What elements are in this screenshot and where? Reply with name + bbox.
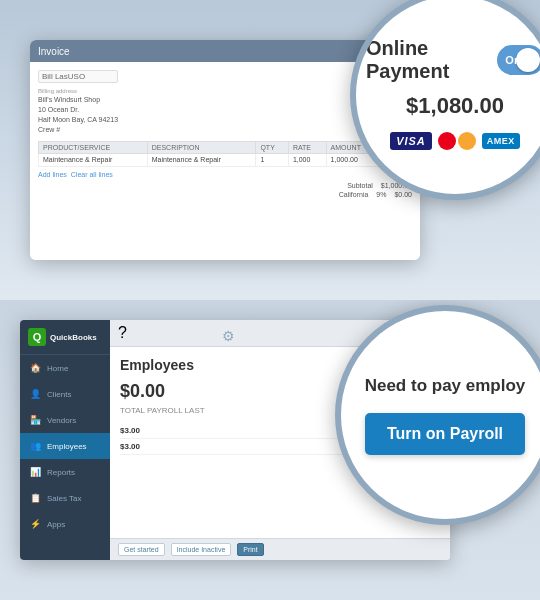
- add-line-button[interactable]: Add lines: [38, 171, 67, 178]
- clear-lines-button[interactable]: Clear all lines: [71, 171, 113, 178]
- col-qty: QTY: [256, 141, 288, 153]
- circle-zoom-bottom: Need to pay employ Turn on Payroll: [335, 305, 540, 525]
- city-line: Half Moon Bay, CA 94213: [38, 115, 118, 125]
- cell-description: Maintenance & Repair: [147, 153, 256, 166]
- sidebar-nav: 🏠 Home 👤 Clients 🏪 Vendors 👥 Employees 📊: [20, 355, 110, 560]
- online-payment-toggle[interactable]: On: [497, 45, 540, 75]
- tax-value: $0.00: [394, 191, 412, 198]
- qb-toolbar-left: ⚙ ?: [118, 324, 127, 342]
- col-description: DESCRIPTION: [147, 141, 256, 153]
- billing-label: Billing address: [38, 87, 118, 95]
- apps-icon: ⚡: [28, 517, 42, 531]
- toggle-label: On: [505, 54, 520, 66]
- invoice-table-header: PRODUCT/SERVICE DESCRIPTION QTY RATE AMO…: [39, 141, 412, 153]
- sidebar-home-label: Home: [47, 364, 68, 373]
- home-icon: 🏠: [28, 361, 42, 375]
- tax-label: California: [339, 191, 369, 198]
- sidebar-item-home[interactable]: 🏠 Home: [20, 355, 110, 381]
- sidebar-clients-label: Clients: [47, 390, 71, 399]
- qb-logo-text: QuickBooks: [50, 333, 97, 342]
- bill-to-section: Bill LasUSO Billing address Bill's Winds…: [38, 70, 118, 135]
- settings-icon[interactable]: ⚙: [222, 328, 240, 346]
- billing-block: Billing address Bill's Windsurt Shop 10 …: [38, 87, 118, 135]
- invoice-title: Invoice: [38, 46, 70, 57]
- crew-label: Crew #: [38, 125, 118, 135]
- turn-on-payroll-button[interactable]: Turn on Payroll: [365, 413, 525, 455]
- sidebar-item-sales-tax[interactable]: 📋 Sales Tax: [20, 485, 110, 511]
- invoice-footer: Add lines Clear all lines: [38, 171, 412, 178]
- subtotal-area: Subtotal $1,000.00 California 9% $0.00: [38, 182, 412, 198]
- sidebar-item-vendors[interactable]: 🏪 Vendors: [20, 407, 110, 433]
- company-name: Bill's Windsurt Shop: [38, 95, 118, 105]
- invoice-table-row: Maintenance & Repair Maintenance & Repai…: [39, 153, 412, 166]
- qb-logo-icon: Q: [28, 328, 46, 346]
- help-icon[interactable]: ?: [118, 324, 127, 342]
- qb-logo: Q QuickBooks: [20, 320, 110, 355]
- sidebar-item-reports[interactable]: 📊 Reports: [20, 459, 110, 485]
- vendors-icon: 🏪: [28, 413, 42, 427]
- sales-tax-icon: 📋: [28, 491, 42, 505]
- emp-row-2-amount: $3.00: [120, 442, 140, 451]
- tax-row: California 9% $0.00: [38, 191, 412, 198]
- sidebar-vendors-label: Vendors: [47, 416, 76, 425]
- amex-card: AMEX: [482, 133, 520, 149]
- col-product: PRODUCT/SERVICE: [39, 141, 148, 153]
- qb-bottom-bar: Get started Include Inactive Print: [110, 538, 450, 560]
- subtotal-row: Subtotal $1,000.00: [38, 182, 412, 189]
- bill-to-name[interactable]: Bill LasUSO: [38, 70, 118, 83]
- clients-icon: 👤: [28, 387, 42, 401]
- cell-product: Maintenance & Repair: [39, 153, 148, 166]
- address-line: 10 Ocean Dr.: [38, 105, 118, 115]
- card-icons: VISA AMEX: [390, 129, 520, 153]
- employees-icon: 👥: [28, 439, 42, 453]
- reports-icon: 📊: [28, 465, 42, 479]
- sidebar-item-clients[interactable]: 👤 Clients: [20, 381, 110, 407]
- qb-sidebar: Q QuickBooks 🏠 Home 👤 Clients 🏪 Vendors …: [20, 320, 110, 560]
- mastercard-icon: [438, 129, 476, 153]
- payroll-content: Need to pay employ Turn on Payroll: [345, 355, 540, 475]
- sidebar-item-employees[interactable]: 👥 Employees: [20, 433, 110, 459]
- need-to-pay-text: Need to pay employ: [365, 375, 526, 397]
- mc-left-circle: [438, 132, 456, 150]
- cell-qty: 1: [256, 153, 288, 166]
- sidebar-employees-label: Employees: [47, 442, 87, 451]
- sidebar-apps-label: Apps: [47, 520, 65, 529]
- tax-rate: 9%: [376, 191, 386, 198]
- sidebar-reports-label: Reports: [47, 468, 75, 477]
- op-header: Online Payment On: [366, 37, 540, 83]
- subtotal-label: Subtotal: [347, 182, 373, 189]
- get-started-button[interactable]: Get started: [118, 543, 165, 556]
- invoice-table: PRODUCT/SERVICE DESCRIPTION QTY RATE AMO…: [38, 141, 412, 167]
- top-section: Invoice i ? × Bill LasUSO Billing addres…: [0, 0, 540, 300]
- print-button[interactable]: Print: [237, 543, 263, 556]
- payment-amount: $1,080.00: [406, 93, 504, 119]
- visa-card: VISA: [390, 132, 432, 150]
- mc-right-circle: [458, 132, 476, 150]
- sidebar-item-apps[interactable]: ⚡ Apps: [20, 511, 110, 537]
- col-rate: RATE: [288, 141, 326, 153]
- cell-rate: 1,000: [288, 153, 326, 166]
- bottom-section: Q QuickBooks 🏠 Home 👤 Clients 🏪 Vendors …: [0, 300, 540, 600]
- online-payment-title: Online Payment: [366, 37, 485, 83]
- sidebar-sales-tax-label: Sales Tax: [47, 494, 82, 503]
- online-payment-content: Online Payment On $1,080.00 VISA AMEX: [356, 27, 540, 163]
- include-inactive-button[interactable]: Include Inactive: [171, 543, 232, 556]
- emp-row-1-amount: $3.00: [120, 426, 140, 435]
